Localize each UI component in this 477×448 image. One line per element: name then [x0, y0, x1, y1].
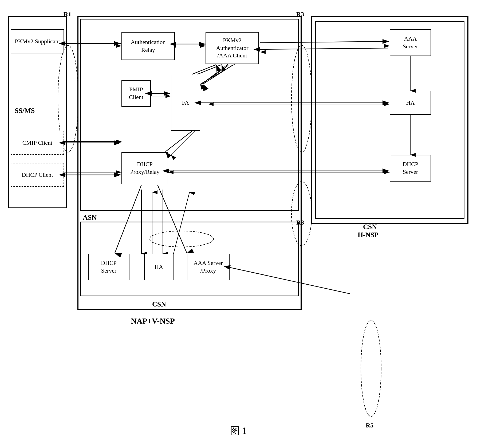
r3-label-top: R3 [296, 11, 304, 18]
figure-label: 图 1 [0, 424, 477, 437]
asn-label: ASN [83, 214, 97, 222]
pkmv2-auth-box: PKMv2Authenticator/AAA Client [206, 32, 259, 64]
ha-hnsp-label: HA [406, 99, 415, 107]
h-nsp-label: H-NSP [358, 231, 379, 239]
csn-nap-label: CSN [152, 300, 166, 308]
ha-nap-label: HA [155, 263, 163, 271]
aaa-server-hnsp-box: AAAServer [390, 29, 431, 56]
diagram: SS/MS PKMv2 Supplicant CMIP Client DHCP … [0, 0, 477, 448]
csn-hnsp-label: CSN [363, 223, 377, 231]
dhcp-client-label: DHCP Client [22, 171, 53, 179]
ha-nap-box: HA [144, 254, 174, 280]
aaa-server-proxy-label: AAA Server/Proxy [194, 259, 223, 274]
dhcp-proxy-label: DHCPProxy/Relay [130, 160, 160, 176]
dhcp-server-nap-label: DHCPServer [101, 259, 117, 274]
pmip-client-box: PMIPClient [121, 80, 151, 107]
r1-label: R1 [64, 11, 71, 18]
cmip-client-label: CMIP Client [22, 139, 52, 147]
cmip-client-box: CMIP Client [11, 131, 64, 155]
dhcp-client-box: DHCP Client [11, 163, 64, 187]
dhcp-proxy-box: DHCPProxy/Relay [121, 152, 168, 184]
ha-hnsp-box: HA [390, 91, 431, 115]
fa-label: FA [182, 99, 189, 107]
r5-ellipse [361, 320, 381, 416]
r3-label-mid: R3 [296, 219, 304, 226]
aaa-server-hnsp-label: AAAServer [403, 35, 418, 50]
dhcp-server-hnsp-box: DHCPServer [390, 155, 431, 182]
dhcp-server-nap-box: DHCPServer [88, 254, 129, 280]
pkmv2-auth-label: PKMv2Authenticator/AAA Client [216, 37, 249, 60]
ss-ms-label: SS/MS [15, 107, 35, 115]
pkmv2-supplicant-box: PKMv2 Supplicant [11, 29, 64, 53]
pkmv2-supplicant-label: PKMv2 Supplicant [15, 38, 60, 45]
fa-box: FA [171, 75, 200, 131]
nap-vnsp-label: NAP+V-NSP [131, 316, 175, 325]
auth-relay-box: AuthenticationRelay [121, 32, 175, 60]
pmip-client-label: PMIPClient [129, 86, 143, 101]
auth-relay-label: AuthenticationRelay [131, 38, 166, 54]
dhcp-server-hnsp-label: DHCPServer [403, 160, 418, 176]
aaa-server-proxy-box: AAA Server/Proxy [187, 254, 230, 280]
